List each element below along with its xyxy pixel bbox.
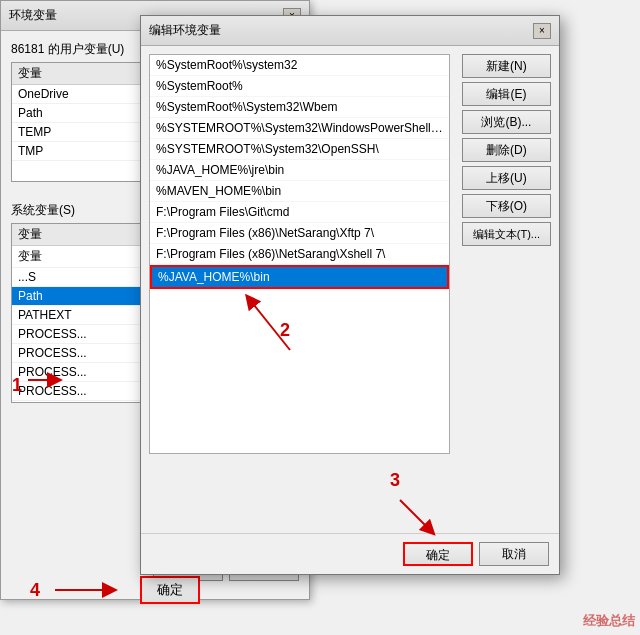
annotation-4: 4 — [30, 580, 40, 601]
path-list-item[interactable]: %SystemRoot%\System32\Wbem — [150, 97, 449, 118]
bottom-ok-area: 4 确定 — [30, 570, 200, 610]
dialog-ok-button[interactable]: 确定 — [403, 542, 473, 566]
path-list-item[interactable]: %JAVA_HOME%\jre\bin — [150, 160, 449, 181]
path-list-item[interactable]: F:\Program Files (x86)\NetSarang\Xftp 7\ — [150, 223, 449, 244]
dialog-side-buttons: 新建(N) 编辑(E) 浏览(B)... 删除(D) 上移(U) 下移(O) 编… — [458, 46, 559, 574]
dialog-delete-button[interactable]: 删除(D) — [462, 138, 551, 162]
dialog-movedown-button[interactable]: 下移(O) — [462, 194, 551, 218]
dialog-edit-button[interactable]: 编辑(E) — [462, 82, 551, 106]
path-list-item[interactable]: %MAVEN_HOME%\bin — [150, 181, 449, 202]
watermark: 经验总结 — [583, 612, 635, 630]
dialog-new-button[interactable]: 新建(N) — [462, 54, 551, 78]
dialog-edittext-button[interactable]: 编辑文本(T)... — [462, 222, 551, 246]
dialog-ok-cancel-row: 确定 取消 — [141, 533, 559, 574]
edit-dialog-close-icon[interactable]: × — [533, 23, 551, 39]
dialog-browse-button[interactable]: 浏览(B)... — [462, 110, 551, 134]
path-list-item[interactable]: %SYSTEMROOT%\System32\WindowsPowerShell\… — [150, 118, 449, 139]
path-list-container: %SystemRoot%\system32%SystemRoot%%System… — [141, 46, 458, 574]
dialog-cancel-button[interactable]: 取消 — [479, 542, 549, 566]
bottom-ok-button[interactable]: 确定 — [140, 576, 200, 604]
path-list-item[interactable]: %SYSTEMROOT%\System32\OpenSSH\ — [150, 139, 449, 160]
path-list-item[interactable]: %SystemRoot% — [150, 76, 449, 97]
arrow-4 — [50, 570, 130, 610]
edit-dialog-body: %SystemRoot%\system32%SystemRoot%%System… — [141, 46, 559, 574]
edit-dialog-title: 编辑环境变量 — [149, 22, 221, 39]
path-list[interactable]: %SystemRoot%\system32%SystemRoot%%System… — [149, 54, 450, 454]
path-list-item[interactable]: F:\Program Files\Git\cmd — [150, 202, 449, 223]
env-window-title: 环境变量 — [9, 7, 57, 24]
path-list-item[interactable]: %JAVA_HOME%\bin — [150, 265, 449, 289]
edit-dialog-titlebar-controls: × — [533, 23, 551, 39]
dialog-moveup-button[interactable]: 上移(U) — [462, 166, 551, 190]
edit-dialog-titlebar: 编辑环境变量 × — [141, 16, 559, 46]
path-list-item[interactable]: %SystemRoot%\system32 — [150, 55, 449, 76]
path-list-item[interactable]: F:\Program Files (x86)\NetSarang\Xshell … — [150, 244, 449, 265]
edit-env-dialog: 编辑环境变量 × %SystemRoot%\system32%SystemRoo… — [140, 15, 560, 575]
